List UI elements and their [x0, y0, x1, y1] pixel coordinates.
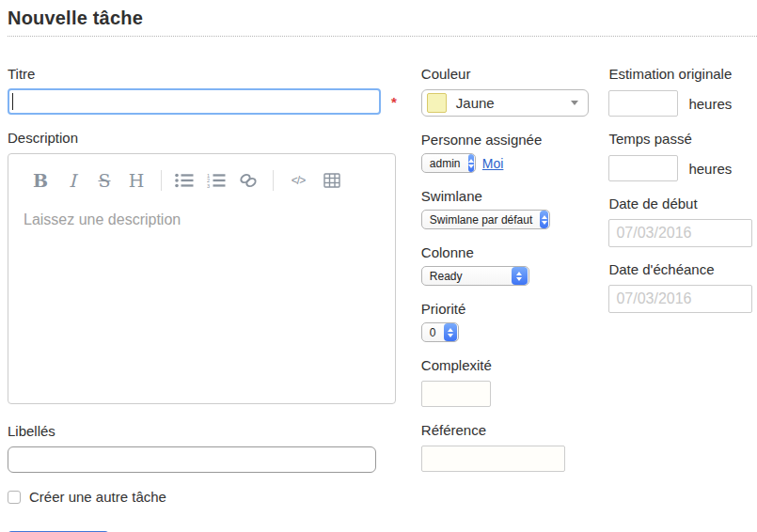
- link-icon[interactable]: [237, 170, 260, 191]
- color-dropdown[interactable]: Jaune: [421, 89, 589, 117]
- estimate-input[interactable]: [608, 90, 678, 117]
- create-another-label: Créer une autre tâche: [29, 489, 166, 505]
- assignee-value: admin: [422, 157, 468, 170]
- swimlane-value: Swimlane par défaut: [422, 213, 540, 227]
- unordered-list-icon[interactable]: [173, 170, 196, 191]
- strikethrough-icon[interactable]: S: [93, 170, 116, 191]
- labels-input[interactable]: [8, 446, 376, 473]
- estimate-unit: heures: [688, 96, 732, 112]
- description-toolbar: B I S H 123 </>: [8, 154, 395, 196]
- code-icon[interactable]: </>: [285, 170, 311, 191]
- create-another-checkbox[interactable]: [8, 491, 21, 504]
- time-spent-label: Temps passé: [608, 131, 757, 147]
- reference-label: Référence: [421, 422, 591, 438]
- bold-icon[interactable]: B: [29, 170, 52, 191]
- select-arrows-icon: [468, 154, 474, 172]
- title-divider: [8, 36, 757, 37]
- reference-input[interactable]: [421, 446, 565, 472]
- chevron-down-icon: [571, 101, 578, 105]
- assignee-select[interactable]: admin: [421, 153, 476, 173]
- color-label: Couleur: [421, 66, 591, 82]
- new-task-form: Nouvelle tâche Titre * Description B I S…: [0, 0, 757, 532]
- description-textarea[interactable]: Laissez une description: [8, 196, 395, 403]
- column-value: Ready: [422, 270, 512, 283]
- color-value: Jaune: [456, 95, 571, 111]
- estimate-label: Estimation originale: [608, 66, 757, 82]
- description-editor: B I S H 123 </>: [8, 153, 396, 404]
- ordered-list-icon[interactable]: 123: [205, 170, 228, 191]
- description-placeholder: Laissez une description: [24, 211, 181, 227]
- assign-me-link[interactable]: Moi: [482, 156, 504, 171]
- priority-select[interactable]: 0: [421, 322, 459, 342]
- column-select[interactable]: Ready: [421, 266, 529, 286]
- table-icon[interactable]: [321, 170, 343, 191]
- select-arrows-icon: [540, 211, 548, 228]
- labels-label: Libellés: [8, 423, 397, 439]
- start-date-label: Date de début: [608, 196, 757, 211]
- swimlane-select[interactable]: Swimlane par défaut: [421, 210, 550, 229]
- italic-icon[interactable]: I: [61, 170, 84, 191]
- text-cursor: [12, 93, 13, 110]
- toolbar-separator: [273, 170, 274, 191]
- priority-value: 0: [422, 326, 444, 339]
- start-date-input[interactable]: [608, 219, 752, 247]
- select-arrows-icon: [512, 267, 528, 285]
- complexity-input[interactable]: [421, 381, 491, 407]
- assignee-label: Personne assignée: [421, 132, 591, 148]
- time-spent-unit: heures: [688, 161, 732, 177]
- page-title: Nouvelle tâche: [8, 8, 757, 36]
- swimlane-label: Swimlane: [421, 188, 591, 204]
- heading-icon[interactable]: H: [125, 170, 148, 191]
- select-arrows-icon: [444, 323, 457, 341]
- svg-text:3: 3: [207, 183, 210, 188]
- title-input[interactable]: [8, 88, 381, 115]
- complexity-label: Complexité: [421, 357, 591, 373]
- description-label: Description: [8, 130, 397, 146]
- column-label: Colonne: [421, 244, 591, 260]
- due-date-input[interactable]: [608, 285, 752, 313]
- color-swatch-yellow: [427, 93, 447, 113]
- priority-label: Priorité: [421, 301, 591, 317]
- toolbar-separator: [161, 170, 162, 191]
- title-label: Titre: [8, 66, 397, 82]
- due-date-label: Date d'échéance: [608, 261, 757, 277]
- time-spent-input[interactable]: [608, 155, 678, 181]
- required-asterisk: *: [391, 94, 397, 110]
